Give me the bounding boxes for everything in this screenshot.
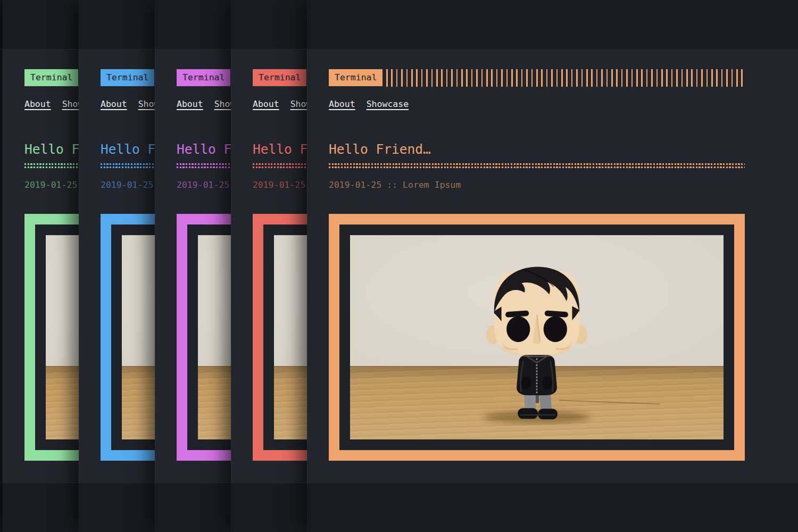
theme-panel-orange: Terminal About Showcase Hello Friend… 20… <box>307 0 798 532</box>
site-nav: About Showcase <box>329 99 409 110</box>
nav-link-about[interactable]: About <box>101 99 127 110</box>
nav-link-about[interactable]: About <box>24 99 51 110</box>
theme-panels-stack: Terminal About Showcase Hello Friend… 20… <box>0 0 798 532</box>
site-logo[interactable]: Terminal <box>24 69 78 86</box>
backdrop-top-band <box>0 0 798 49</box>
post-photo <box>350 235 724 439</box>
post-meta-separator: :: <box>387 180 397 190</box>
funko-figure-illustration <box>470 251 604 426</box>
title-divider-decoration <box>329 163 745 169</box>
site-logo[interactable]: Terminal <box>253 69 306 86</box>
post-date: 2019-01-25 <box>101 180 153 190</box>
nav-link-showcase[interactable]: Showcase <box>367 99 409 110</box>
backdrop-bottom-band <box>0 483 798 532</box>
header-stripes-decoration <box>386 69 745 87</box>
nav-link-about[interactable]: About <box>253 99 279 110</box>
nav-link-about[interactable]: About <box>329 99 355 110</box>
site-logo[interactable]: Terminal <box>177 69 230 86</box>
post-date: 2019-01-25 <box>177 180 229 190</box>
nav-link-about[interactable]: About <box>177 99 203 110</box>
site-logo[interactable]: Terminal <box>101 69 154 86</box>
post-date: 2019-01-25 <box>24 180 77 190</box>
post-meta: 2019-01-25 :: Lorem Ipsum <box>329 180 461 190</box>
post-image-frame <box>329 214 745 461</box>
post-date: 2019-01-25 <box>253 180 305 190</box>
post-title: Hello Friend… <box>329 142 431 157</box>
post-date: 2019-01-25 <box>329 180 381 190</box>
post-category: Lorem Ipsum <box>403 180 461 190</box>
site-logo[interactable]: Terminal <box>329 69 383 86</box>
